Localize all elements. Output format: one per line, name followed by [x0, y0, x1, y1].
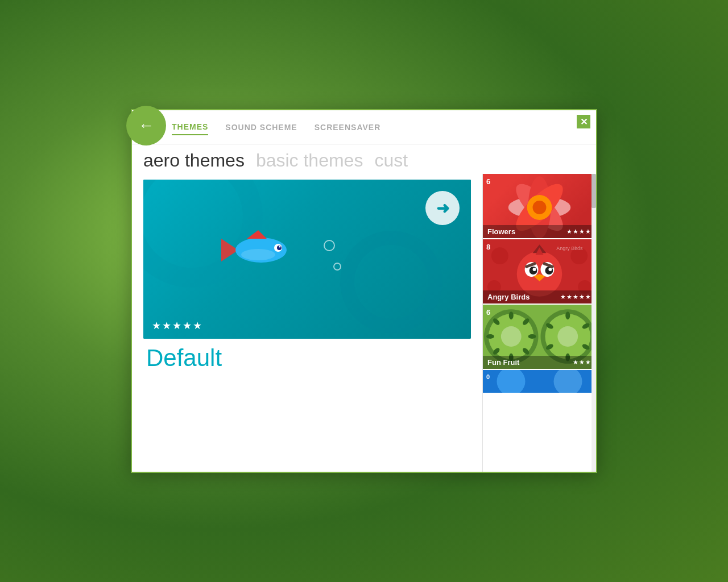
svg-point-5	[279, 246, 280, 248]
flowers-card-label: Flowers ★★★★	[483, 225, 596, 238]
wave-decoration-2	[340, 231, 442, 333]
fun-fruit-stars: ★★★	[573, 359, 592, 366]
flowers-stars: ★★★★	[566, 228, 592, 235]
svg-point-25	[548, 268, 552, 271]
bubble-2	[333, 263, 341, 271]
svg-point-6	[241, 249, 275, 260]
content-area: ➜ ★★★★★ Default	[132, 174, 596, 472]
svg-marker-2	[247, 230, 267, 239]
svg-point-51	[497, 370, 526, 393]
theme-card-partial[interactable]: 0	[483, 370, 596, 393]
category-basic[interactable]: basic themes	[256, 150, 363, 171]
category-custom[interactable]: cust	[374, 150, 408, 171]
theme-preview[interactable]: ➜ ★★★★★	[143, 180, 471, 339]
close-button[interactable]: ✕	[577, 115, 590, 128]
theme-card-flowers[interactable]: Flowers ★★★★ 6	[483, 174, 596, 239]
flowers-title: Flowers	[487, 227, 515, 236]
svg-point-44	[565, 311, 570, 319]
category-aero[interactable]: aero themes	[143, 150, 245, 171]
angry-birds-count: 8	[486, 243, 490, 251]
angry-birds-stars: ★★★★★	[560, 293, 592, 301]
personalization-window: ← THEMES SOUND SCHEME SCREENSAVER ✕ aero…	[131, 109, 597, 473]
fun-fruit-title: Fun Fruit	[487, 358, 519, 367]
theme-card-fun-fruit[interactable]: Fun Fruit ★★★ 6	[483, 305, 596, 370]
svg-point-13	[491, 247, 508, 264]
scrollbar-thumb[interactable]	[592, 174, 596, 208]
nav-tabs: THEMES SOUND SCHEME SCREENSAVER	[172, 119, 596, 135]
angry-birds-title: Angry Birds	[487, 293, 530, 301]
next-arrow-icon: ➜	[436, 199, 449, 218]
fish-illustration	[221, 227, 295, 275]
svg-point-52	[554, 370, 582, 393]
current-theme-stars: ★★★★★	[152, 319, 203, 332]
svg-point-24	[533, 268, 536, 271]
flowers-count: 6	[486, 177, 490, 186]
scrollbar-track[interactable]	[592, 174, 596, 472]
svg-point-17	[517, 251, 562, 297]
svg-point-33	[509, 311, 514, 319]
next-theme-button[interactable]: ➜	[425, 191, 460, 225]
svg-point-12	[533, 201, 547, 214]
left-panel: ➜ ★★★★★ Default	[132, 174, 482, 472]
fun-fruit-count: 6	[486, 308, 490, 317]
svg-point-35	[528, 334, 536, 339]
tab-sound-scheme[interactable]: SOUND SCHEME	[225, 120, 297, 135]
svg-point-43	[557, 326, 578, 347]
angry-birds-card-label: Angry Birds ★★★★★	[483, 290, 596, 304]
back-arrow-icon: ←	[138, 118, 154, 134]
back-button[interactable]: ←	[126, 106, 166, 146]
svg-point-32	[501, 326, 522, 347]
current-theme-name: Default	[143, 344, 471, 372]
svg-text:Angry Birds: Angry Birds	[556, 246, 583, 251]
title-bar: ← THEMES SOUND SCHEME SCREENSAVER ✕	[132, 110, 596, 144]
partial-card-count: 0	[486, 373, 490, 380]
fun-fruit-card-label: Fun Fruit ★★★	[483, 356, 596, 369]
tab-themes[interactable]: THEMES	[172, 119, 208, 135]
category-bar: aero themes basic themes cust	[132, 144, 596, 174]
right-panel[interactable]: Flowers ★★★★ 6	[482, 174, 596, 472]
tab-screensaver[interactable]: SCREENSAVER	[315, 120, 381, 135]
svg-point-39	[486, 334, 494, 339]
theme-card-angry-birds[interactable]: Angry Birds Angry Birds ★★★★★ 8	[483, 239, 596, 305]
